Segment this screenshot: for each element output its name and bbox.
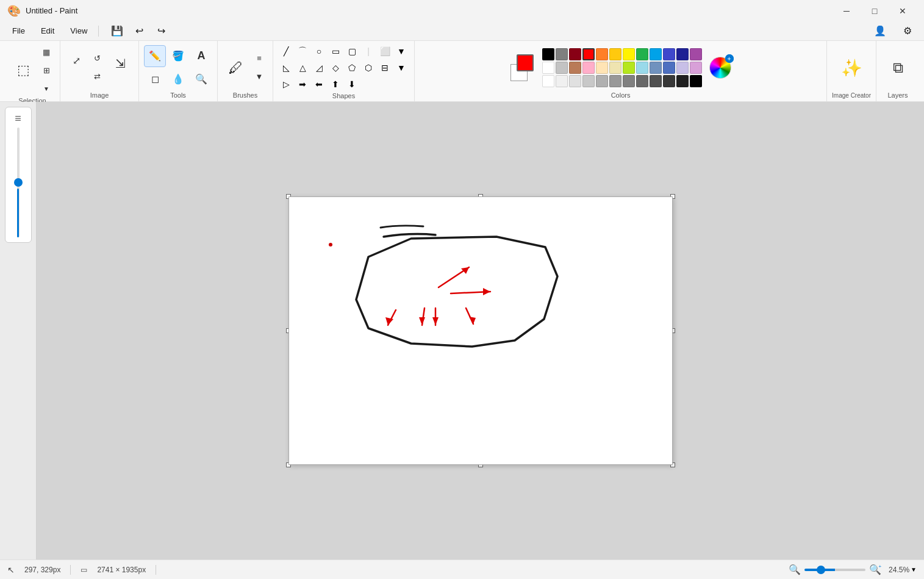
color-orange[interactable] bbox=[596, 48, 608, 60]
maximize-button[interactable]: □ bbox=[861, 0, 889, 21]
shape-fill-btn[interactable]: ⊟ bbox=[377, 60, 393, 76]
color-ltyellow[interactable] bbox=[609, 62, 621, 74]
color-wheel[interactable] bbox=[709, 57, 731, 79]
eraser-button[interactable]: ◻ bbox=[144, 68, 166, 90]
color-peach[interactable] bbox=[596, 62, 608, 74]
zoom-dropdown-button[interactable]: ▼ bbox=[911, 566, 917, 573]
shape-arrow-r[interactable]: ▷ bbox=[278, 76, 294, 92]
save-button[interactable]: 💾 bbox=[107, 23, 127, 40]
canvas-svg[interactable] bbox=[289, 197, 673, 466]
fill-button[interactable]: 🪣 bbox=[167, 45, 189, 67]
close-button[interactable]: ✕ bbox=[889, 0, 917, 21]
color-neutral5[interactable] bbox=[596, 75, 608, 87]
shape-fill-dropdown[interactable]: ▼ bbox=[393, 60, 409, 76]
color-ltindigo[interactable] bbox=[663, 62, 675, 74]
color-neutral4[interactable] bbox=[582, 75, 595, 87]
brush-button[interactable]: 🖊 bbox=[223, 54, 249, 81]
color-teal[interactable] bbox=[650, 48, 662, 60]
canvas-wrapper[interactable] bbox=[37, 102, 924, 559]
shape-outline[interactable]: ⬜ bbox=[377, 43, 393, 59]
zoom-slider[interactable] bbox=[804, 569, 865, 571]
color-neutral8[interactable] bbox=[636, 75, 648, 87]
shape-oval[interactable]: ○ bbox=[311, 43, 327, 59]
color-blue[interactable] bbox=[663, 48, 675, 60]
color-lavender[interactable] bbox=[676, 62, 689, 74]
rotate-button[interactable]: ↺ bbox=[88, 50, 106, 67]
color-yellow[interactable] bbox=[623, 48, 635, 60]
color-neutral10[interactable] bbox=[663, 75, 675, 87]
color-ltgreen[interactable] bbox=[623, 62, 635, 74]
canvas-container bbox=[288, 196, 673, 465]
zoom-out-button[interactable]: 🔍 bbox=[789, 564, 801, 575]
zoom-thumb[interactable] bbox=[14, 178, 23, 187]
shape-arrow-r2[interactable]: ➡ bbox=[295, 76, 310, 92]
color-red[interactable] bbox=[582, 48, 595, 60]
color-white[interactable] bbox=[542, 62, 554, 74]
color-yellow2[interactable] bbox=[609, 48, 621, 60]
color-indigo[interactable] bbox=[676, 48, 689, 60]
selection-type-button[interactable]: ▦ bbox=[38, 43, 55, 60]
brush-dropdown[interactable]: ▼ bbox=[251, 68, 268, 85]
crop-button[interactable]: ⤢ bbox=[65, 50, 87, 72]
shape-roundrect[interactable]: ▢ bbox=[344, 43, 360, 59]
color-neutral6[interactable] bbox=[609, 75, 621, 87]
account-button[interactable]: 👤 bbox=[867, 23, 894, 39]
rectangular-select-button[interactable]: ⬚ bbox=[10, 57, 37, 84]
pencil-button[interactable]: ✏️ bbox=[144, 45, 166, 67]
color-neutral2[interactable] bbox=[556, 75, 568, 87]
color-neutral7[interactable] bbox=[623, 75, 635, 87]
color-neutral9[interactable] bbox=[650, 75, 662, 87]
color-gray[interactable] bbox=[556, 48, 568, 60]
color-darkred[interactable] bbox=[569, 48, 581, 60]
resize-button[interactable]: ⇲ bbox=[107, 50, 134, 77]
text-button[interactable]: A bbox=[190, 45, 212, 67]
color-neutral12[interactable] bbox=[690, 75, 702, 87]
shape-pentagon[interactable]: ⬠ bbox=[344, 60, 360, 76]
foreground-color[interactable] bbox=[517, 54, 534, 71]
color-brown[interactable] bbox=[569, 62, 581, 74]
selection-row-1: ⬚ ▦ ⊞ ▼ bbox=[10, 43, 55, 97]
color-ltpurple[interactable] bbox=[690, 62, 702, 74]
color-ltcyan[interactable] bbox=[636, 62, 648, 74]
brush-options-button[interactable]: ≡ bbox=[251, 50, 268, 67]
settings-button[interactable]: ⚙ bbox=[896, 23, 919, 39]
color-neutral1[interactable] bbox=[542, 75, 554, 87]
zoom-in-button[interactable]: 🔍+ bbox=[869, 564, 881, 575]
shape-hex[interactable]: ⬡ bbox=[360, 60, 376, 76]
view-menu[interactable]: View bbox=[63, 24, 95, 38]
shape-arrow-l[interactable]: ⬅ bbox=[311, 76, 327, 92]
color-purple[interactable] bbox=[690, 48, 702, 60]
zoom-track[interactable] bbox=[17, 128, 20, 237]
drawing-canvas[interactable] bbox=[288, 196, 673, 465]
undo-button[interactable]: ↩ bbox=[129, 23, 149, 40]
color-neutral3[interactable] bbox=[569, 75, 581, 87]
shape-dropdown[interactable]: ▼ bbox=[393, 43, 409, 59]
shape-triangle[interactable]: △ bbox=[295, 60, 310, 76]
redo-button[interactable]: ↪ bbox=[151, 23, 171, 40]
selection-options-button[interactable]: ▼ bbox=[38, 80, 55, 97]
shape-line[interactable]: ╱ bbox=[278, 43, 294, 59]
minimize-button[interactable]: ─ bbox=[833, 0, 861, 21]
shape-triangle-r[interactable]: ◺ bbox=[278, 60, 294, 76]
color-green2[interactable] bbox=[636, 48, 648, 60]
shape-triangle-l[interactable]: ◿ bbox=[311, 60, 327, 76]
color-ltblue[interactable] bbox=[650, 62, 662, 74]
edit-menu[interactable]: Edit bbox=[34, 24, 62, 38]
shape-rect[interactable]: ▭ bbox=[328, 43, 343, 59]
flip-button[interactable]: ⇄ bbox=[88, 68, 106, 85]
image-creator-button[interactable]: ✨ bbox=[838, 54, 865, 81]
shape-curve[interactable]: ⌒ bbox=[295, 43, 310, 59]
select-all-button[interactable]: ⊞ bbox=[38, 62, 55, 79]
color-wheel-container[interactable]: + bbox=[709, 57, 731, 79]
color-black[interactable] bbox=[542, 48, 554, 60]
shape-arrow-u[interactable]: ⬆ bbox=[328, 76, 343, 92]
color-picker-button[interactable]: 💧 bbox=[167, 68, 189, 90]
file-menu[interactable]: File bbox=[5, 24, 32, 38]
zoom-tool-button[interactable]: 🔍 bbox=[190, 68, 212, 90]
shape-diamond[interactable]: ◇ bbox=[328, 60, 343, 76]
shape-arrow-d[interactable]: ⬇ bbox=[344, 76, 360, 92]
color-neutral11[interactable] bbox=[676, 75, 689, 87]
layers-button[interactable]: ⧉ bbox=[884, 54, 911, 81]
color-pink[interactable] bbox=[582, 62, 595, 74]
color-lightgray[interactable] bbox=[556, 62, 568, 74]
